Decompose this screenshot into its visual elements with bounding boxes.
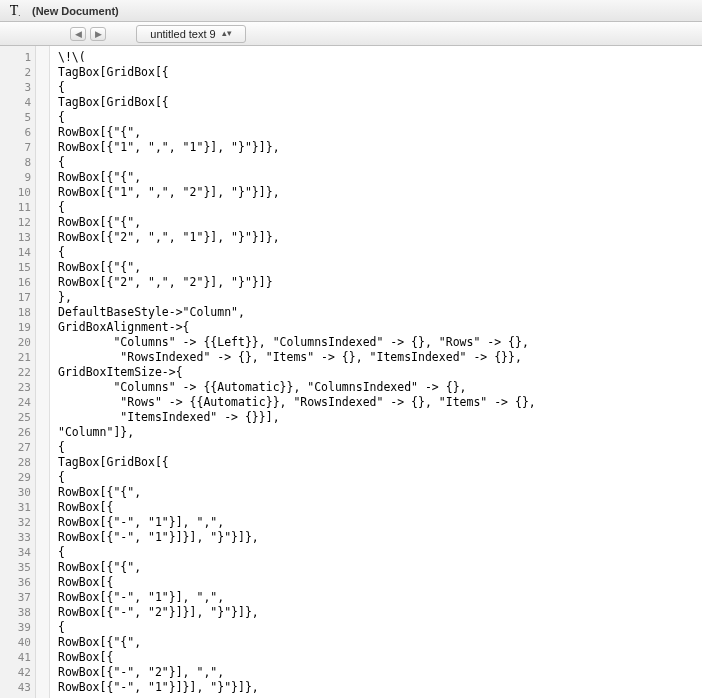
- code-line: {: [58, 470, 702, 485]
- code-line: DefaultBaseStyle->"Column",: [58, 305, 702, 320]
- line-number: 21: [0, 350, 31, 365]
- line-number: 5: [0, 110, 31, 125]
- code-line: {: [58, 545, 702, 560]
- file-tab-label: untitled text 9: [150, 28, 215, 40]
- code-line: RowBox[{"-", "2"}], ",",: [58, 665, 702, 680]
- code-line: RowBox[{: [58, 650, 702, 665]
- code-line: RowBox[{"{",: [58, 560, 702, 575]
- app-icon-main: T: [10, 3, 19, 19]
- code-line: TagBox[GridBox[{: [58, 95, 702, 110]
- code-line: "ItemsIndexed" -> {}}],: [58, 410, 702, 425]
- file-tab[interactable]: untitled text 9 ▴▾: [136, 25, 246, 43]
- code-line: RowBox[{"{",: [58, 125, 702, 140]
- line-number: 32: [0, 515, 31, 530]
- line-number: 12: [0, 215, 31, 230]
- line-number: 2: [0, 65, 31, 80]
- code-line: "Columns" -> {{Left}}, "ColumnsIndexed" …: [58, 335, 702, 350]
- code-line: RowBox[{"2", ",", "1"}], "}"}]},: [58, 230, 702, 245]
- line-number: 1: [0, 50, 31, 65]
- line-number: 37: [0, 590, 31, 605]
- line-number: 17: [0, 290, 31, 305]
- code-line: "Rows" -> {{Automatic}}, "RowsIndexed" -…: [58, 395, 702, 410]
- line-number: 18: [0, 305, 31, 320]
- line-number: 6: [0, 125, 31, 140]
- code-content[interactable]: \!\(TagBox[GridBox[{{TagBox[GridBox[{{Ro…: [50, 46, 702, 698]
- code-line: RowBox[{"-", "1"}]}], "}"}]},: [58, 530, 702, 545]
- line-number: 41: [0, 650, 31, 665]
- line-number-gutter: 1234567891011121314151617181920212223242…: [0, 46, 36, 698]
- line-number: 43: [0, 680, 31, 695]
- line-number: 28: [0, 455, 31, 470]
- line-number: 3: [0, 80, 31, 95]
- nav-back-button[interactable]: ◀: [70, 27, 86, 41]
- nav-forward-button[interactable]: ▶: [90, 27, 106, 41]
- code-line: TagBox[GridBox[{: [58, 65, 702, 80]
- window-title: (New Document): [32, 5, 119, 17]
- code-line: RowBox[{"{",: [58, 170, 702, 185]
- line-number: 42: [0, 665, 31, 680]
- code-line: RowBox[{"-", "2"}]}], "}"}]},: [58, 605, 702, 620]
- line-number: 9: [0, 170, 31, 185]
- line-number: 35: [0, 560, 31, 575]
- code-line: },: [58, 290, 702, 305]
- code-line: RowBox[{: [58, 575, 702, 590]
- line-number: 30: [0, 485, 31, 500]
- code-line: {: [58, 200, 702, 215]
- code-line: RowBox[{"{",: [58, 260, 702, 275]
- line-number: 20: [0, 335, 31, 350]
- code-line: RowBox[{"-", "1"}]}], "}"}]},: [58, 680, 702, 695]
- line-number: 16: [0, 275, 31, 290]
- code-line: "Columns" -> {{Automatic}}, "ColumnsInde…: [58, 380, 702, 395]
- line-number: 33: [0, 530, 31, 545]
- line-number: 8: [0, 155, 31, 170]
- tab-bar: ◀ ▶ untitled text 9 ▴▾: [0, 22, 702, 46]
- line-number: 29: [0, 470, 31, 485]
- code-line: RowBox[{"1", ",", "2"}], "}"}]},: [58, 185, 702, 200]
- code-line: GridBoxAlignment->{: [58, 320, 702, 335]
- line-number: 31: [0, 500, 31, 515]
- line-number: 27: [0, 440, 31, 455]
- code-line: {: [58, 110, 702, 125]
- editor-area: 1234567891011121314151617181920212223242…: [0, 46, 702, 698]
- code-line: RowBox[{"1", ",", "1"}], "}"}]},: [58, 140, 702, 155]
- line-number: 22: [0, 365, 31, 380]
- line-number: 19: [0, 320, 31, 335]
- code-line: RowBox[{"-", "1"}], ",",: [58, 515, 702, 530]
- line-number: 15: [0, 260, 31, 275]
- line-number: 4: [0, 95, 31, 110]
- code-line: GridBoxItemSize->{: [58, 365, 702, 380]
- app-icon-sub: .: [18, 9, 20, 18]
- line-number: 34: [0, 545, 31, 560]
- code-line: {: [58, 620, 702, 635]
- app-icon: T.: [6, 3, 24, 19]
- code-line: RowBox[{"-", "1"}], ",",: [58, 590, 702, 605]
- line-number: 36: [0, 575, 31, 590]
- code-line: RowBox[{"2", ",", "2"}], "}"}]}: [58, 275, 702, 290]
- line-number: 13: [0, 230, 31, 245]
- line-number: 39: [0, 620, 31, 635]
- titlebar: T. (New Document): [0, 0, 702, 22]
- line-number: 14: [0, 245, 31, 260]
- code-line: RowBox[{"{",: [58, 215, 702, 230]
- code-line: {: [58, 245, 702, 260]
- line-number: 7: [0, 140, 31, 155]
- code-line: \!\(: [58, 50, 702, 65]
- code-line: "Column"]},: [58, 425, 702, 440]
- line-number: 23: [0, 380, 31, 395]
- code-line: {: [58, 80, 702, 95]
- fold-bar: [36, 46, 50, 698]
- code-line: RowBox[{"{",: [58, 635, 702, 650]
- code-line: {: [58, 440, 702, 455]
- line-number: 24: [0, 395, 31, 410]
- line-number: 26: [0, 425, 31, 440]
- line-number: 11: [0, 200, 31, 215]
- line-number: 40: [0, 635, 31, 650]
- code-line: TagBox[GridBox[{: [58, 455, 702, 470]
- code-line: "RowsIndexed" -> {}, "Items" -> {}, "Ite…: [58, 350, 702, 365]
- code-line: RowBox[{: [58, 500, 702, 515]
- code-line: RowBox[{"{",: [58, 485, 702, 500]
- line-number: 38: [0, 605, 31, 620]
- line-number: 10: [0, 185, 31, 200]
- code-line: {: [58, 155, 702, 170]
- line-number: 25: [0, 410, 31, 425]
